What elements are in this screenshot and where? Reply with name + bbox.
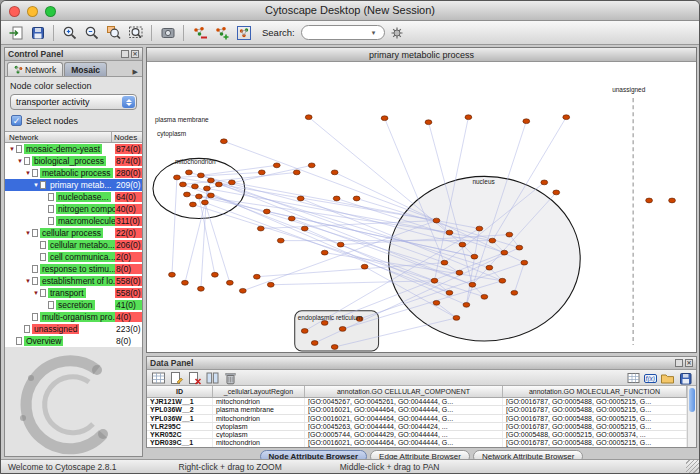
tree-row[interactable]: Overview8(0) xyxy=(5,335,142,347)
graph-node[interactable] xyxy=(239,288,246,293)
graph-node[interactable] xyxy=(476,226,483,231)
import-attributes-folder-icon[interactable] xyxy=(660,371,675,385)
graph-node[interactable] xyxy=(198,173,205,178)
graph-node[interactable] xyxy=(523,119,530,124)
graph-node[interactable] xyxy=(441,260,448,265)
graph-node[interactable] xyxy=(431,278,438,283)
graph-node[interactable] xyxy=(331,345,338,350)
graph-node[interactable] xyxy=(301,329,308,334)
table-cell[interactable]: YLR295C xyxy=(147,423,213,430)
graph-node[interactable] xyxy=(469,282,476,287)
table-cell[interactable]: [GO:0005488, GO:0005215, GO:0005374, ... xyxy=(503,431,687,438)
graph-node[interactable] xyxy=(481,294,488,299)
zoom-out-icon[interactable] xyxy=(82,23,101,42)
zoom-fit-icon[interactable] xyxy=(126,23,145,42)
graph-node[interactable] xyxy=(293,170,300,175)
graph-node[interactable] xyxy=(321,320,328,325)
graph-node[interactable] xyxy=(174,175,181,180)
graph-node[interactable] xyxy=(180,182,187,187)
graph-node[interactable] xyxy=(456,270,463,275)
expand-icon[interactable]: ▼ xyxy=(8,146,16,152)
graph-node[interactable] xyxy=(433,300,440,305)
close-panel-icon[interactable]: ✕ xyxy=(685,359,693,367)
graph-node[interactable] xyxy=(337,242,344,247)
graph-node[interactable] xyxy=(182,280,189,285)
table-cell[interactable]: [GO:0005744, GO:0044429, GO:0044444, ... xyxy=(305,431,503,438)
table-cell[interactable]: [GO:0045263, GO:0044444, GO:0044424, ... xyxy=(305,423,503,430)
tree-row[interactable]: ▼biological_process874(0) xyxy=(5,155,142,167)
graph-node[interactable] xyxy=(511,290,518,295)
float-panel-icon[interactable] xyxy=(121,50,129,58)
graph-node[interactable] xyxy=(226,280,233,285)
table-cell[interactable]: YJR121W__1 xyxy=(147,398,213,405)
table-cell[interactable]: cytoplasm xyxy=(213,431,305,438)
graph-node[interactable] xyxy=(196,194,203,199)
graph-node[interactable] xyxy=(220,139,227,144)
graph-node[interactable] xyxy=(215,182,222,187)
graph-node[interactable] xyxy=(288,216,295,221)
network-view-titlebar[interactable]: primary metabolic process xyxy=(147,48,696,62)
graph-node[interactable] xyxy=(553,190,560,195)
column-header-id[interactable]: ID xyxy=(147,386,213,397)
select-nodes-checkbox[interactable]: ✓ xyxy=(11,115,22,126)
graph-node[interactable] xyxy=(203,186,210,191)
graph-node[interactable] xyxy=(184,192,191,197)
graph-node[interactable] xyxy=(190,202,197,207)
snapshot-icon[interactable] xyxy=(158,23,177,42)
graph-node[interactable] xyxy=(471,254,478,259)
graph-node[interactable] xyxy=(361,264,368,269)
tree-row[interactable]: response to stimu...8(0) xyxy=(5,263,142,275)
expand-icon[interactable]: ▼ xyxy=(32,182,40,188)
search-box[interactable]: ▾ xyxy=(301,25,385,40)
table-cell[interactable]: [GO:0045267, GO:0045261, GO:0044444, G..… xyxy=(305,398,503,405)
tree-row[interactable]: unassigned223(0) xyxy=(5,323,142,335)
create-view-icon[interactable] xyxy=(234,23,253,42)
tree-row[interactable]: nitrogen compo...40(0) xyxy=(5,203,142,215)
graph-node[interactable] xyxy=(169,272,176,277)
tree-row[interactable]: ▼establishment of lo...558(0) xyxy=(5,275,142,287)
graph-node[interactable] xyxy=(669,198,676,203)
network-canvas[interactable]: plasma membranecytoplasmmitochondrionnuc… xyxy=(147,62,696,352)
graph-node[interactable] xyxy=(311,341,318,346)
table-cell[interactable]: mitochondrion xyxy=(213,415,305,422)
expand-icon[interactable]: ▼ xyxy=(24,278,32,284)
graph-node[interactable] xyxy=(489,238,496,243)
tree-row[interactable]: secretion41(0) xyxy=(5,299,142,311)
graph-node[interactable] xyxy=(646,198,653,203)
graph-node[interactable] xyxy=(339,327,346,332)
attribute-table-icon[interactable] xyxy=(626,371,641,385)
close-panel-icon[interactable]: ✕ xyxy=(131,50,139,58)
table-cell[interactable]: mitochondrion xyxy=(213,439,305,446)
graph-node[interactable] xyxy=(333,196,340,201)
graph-node[interactable] xyxy=(486,265,493,270)
table-cell[interactable]: YPL036W__2 xyxy=(147,406,213,413)
graph-node[interactable] xyxy=(228,180,235,185)
tree-row[interactable]: multi-organism pro...4(0) xyxy=(5,311,142,323)
tree-column-network[interactable]: Network xyxy=(5,132,112,142)
table-cell[interactable]: [GO:0016787, GO:0005488, GO:0005215, G..… xyxy=(503,423,687,430)
graph-node[interactable] xyxy=(192,184,199,189)
graph-node[interactable] xyxy=(211,272,218,277)
table-cell[interactable]: [GO:0016787, GO:0005488, GO:0005215, G..… xyxy=(503,415,687,422)
graph-node[interactable] xyxy=(506,232,513,237)
graph-node[interactable] xyxy=(308,163,315,168)
graph-node[interactable] xyxy=(301,226,308,231)
tree-row[interactable]: nucleobase...64(0) xyxy=(5,191,142,203)
graph-node[interactable] xyxy=(463,302,470,307)
clear-attribute-icon[interactable] xyxy=(223,371,238,385)
graph-node[interactable] xyxy=(277,238,284,243)
table-cell[interactable]: YDR039C__1 xyxy=(147,439,213,446)
graph-node[interactable] xyxy=(459,242,466,247)
table-cell[interactable]: plasma membrane xyxy=(213,406,305,413)
graph-node[interactable] xyxy=(563,115,570,120)
graph-node[interactable] xyxy=(273,163,280,168)
graph-node[interactable] xyxy=(305,115,312,120)
column-header-cellular-component[interactable]: annotation.GO CELLULAR_COMPONENT xyxy=(305,386,503,397)
table-cell[interactable]: mitochondrion xyxy=(213,398,305,405)
table-row[interactable]: YPL036W__1mitochondrion[GO:0016021, GO:0… xyxy=(147,415,696,423)
tree-row[interactable]: ▼metabolic process280(0) xyxy=(5,167,142,179)
graph-node[interactable] xyxy=(501,250,508,255)
table-cell[interactable]: [GO:0016021, GO:0044464, GO:0044444, G..… xyxy=(305,415,503,422)
graph-node[interactable] xyxy=(425,120,432,125)
select-attributes-icon[interactable] xyxy=(151,371,166,385)
